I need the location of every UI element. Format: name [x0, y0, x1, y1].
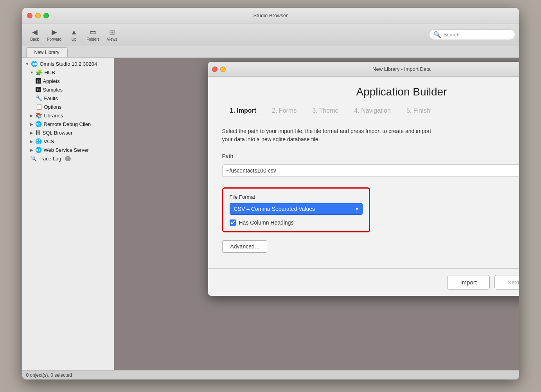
dialog-title: New Library - Import Data — [372, 66, 431, 72]
sidebar-item-label: Libraries — [44, 113, 63, 119]
file-format-select-row: CSV – Comma Separated Values Tab Separat… — [230, 203, 363, 215]
step-navigation[interactable]: 4. Navigation — [346, 107, 398, 114]
chevron-right-icon: ▶ — [30, 113, 33, 118]
trace-log-icon: 🔍 — [30, 155, 37, 162]
chevron-down-icon: ▼ — [30, 70, 34, 75]
sidebar-item-applets[interactable]: 🅰 Applets — [22, 77, 114, 85]
import-button[interactable]: Import — [447, 275, 490, 290]
forward-icon: ▶ — [52, 28, 57, 36]
file-format-dropdown-wrapper: CSV – Comma Separated Values Tab Separat… — [230, 203, 363, 215]
search-input[interactable] — [444, 32, 511, 38]
description-text: Select the path to your import file, the… — [222, 127, 519, 144]
sidebar-item-hub[interactable]: ▼ 🧩 HUB — [22, 68, 114, 77]
sidebar-item-label: VCS — [44, 138, 54, 144]
dialog-footer: Import Next Cancel — [208, 268, 519, 296]
applets-icon: 🅰 — [36, 78, 41, 84]
forward-button[interactable]: ▶ Forward — [45, 25, 64, 44]
sidebar-item-label: Samples — [43, 87, 63, 93]
chevron-right-icon: ▶ — [30, 122, 33, 126]
sidebar-item-label: Faults — [44, 95, 58, 101]
statusbar: 0 object(s), 0 selected — [22, 370, 519, 379]
app-builder-title: Application Builder — [342, 86, 462, 98]
sql-icon: 🗄 — [35, 129, 41, 136]
sidebar-item-label: Remote Debug Clien — [44, 121, 91, 127]
main-area: ▼ 🌐 Omnis Studio 10.2 30204 ▼ 🧩 HUB 🅰 Ap… — [22, 58, 519, 370]
advanced-section: Advanced... — [222, 240, 519, 261]
chevron-right-icon: ▶ — [30, 139, 33, 144]
views-button[interactable]: ⊞ Views — [104, 25, 121, 44]
main-window: Studio Browser ◀ Back ▶ Forward ▲ Up ▭ F… — [22, 8, 519, 379]
omnis-icon: 🌐 — [31, 61, 38, 67]
minimize-button[interactable] — [35, 13, 41, 18]
status-text: 0 object(s), 0 selected — [26, 372, 72, 378]
sidebar-item-label: SQL Browser — [43, 130, 73, 136]
path-input[interactable] — [222, 164, 519, 177]
advanced-button[interactable]: Advanced... — [222, 240, 268, 253]
sidebar-item-libraries[interactable]: ▶ 📚 Libraries — [22, 111, 114, 120]
options-icon: 📋 — [36, 104, 42, 110]
sidebar-item-label: Trace Log — [39, 156, 61, 162]
step-forms[interactable]: 2. Forms — [264, 107, 304, 114]
has-column-headings-label: Has Column Headings — [239, 219, 294, 226]
up-icon: ▲ — [70, 28, 77, 36]
file-format-box: File Format CSV – Comma Separated Values… — [222, 187, 370, 232]
path-row: + — [222, 162, 519, 180]
sidebar-item-sql-browser[interactable]: ▶ 🗄 SQL Browser — [22, 128, 114, 137]
vcs-icon: 🌐 — [35, 138, 42, 144]
samples-icon: 🅰 — [36, 86, 41, 93]
app-builder-header: Application Builder ▶ — [222, 85, 519, 99]
web-service-icon: 🌐 — [35, 147, 42, 153]
sidebar-item-label: Omnis Studio 10.2 30204 — [40, 61, 97, 67]
sidebar-item-options[interactable]: 📋 Options — [22, 102, 114, 111]
chevron-right-icon: ▶ — [30, 148, 33, 152]
tab-bar: New Library — [22, 46, 519, 58]
close-button[interactable] — [27, 13, 32, 18]
steps-bar: 1. Import 2. Forms 3. Theme 4. Navigatio… — [222, 107, 519, 119]
import-dialog: New Library - Import Data Application Bu… — [208, 62, 519, 296]
chevron-right-icon: ▶ — [30, 131, 33, 135]
sidebar-item-samples[interactable]: 🅰 Samples — [22, 85, 114, 94]
maximize-button[interactable] — [43, 13, 49, 18]
toolbar: ◀ Back ▶ Forward ▲ Up ▭ Folders ⊞ Views … — [22, 23, 519, 46]
step-import[interactable]: 1. Import — [222, 107, 264, 114]
hub-icon: 🧩 — [36, 69, 42, 76]
dialog-minimize-button[interactable] — [220, 67, 226, 72]
file-format-label: File Format — [230, 194, 363, 200]
sidebar-item-trace-log[interactable]: 🔍 Trace Log 1 — [22, 154, 114, 163]
sidebar-item-label: Web Service Server — [44, 147, 89, 153]
folders-button[interactable]: ▭ Folders — [84, 25, 102, 44]
sidebar-item-vcs[interactable]: ▶ 🌐 VCS — [22, 137, 114, 146]
back-icon: ◀ — [32, 28, 38, 36]
chevron-down-icon: ▼ — [25, 62, 29, 66]
dialog-close-button[interactable] — [212, 67, 217, 72]
sidebar-item-remote-debug[interactable]: ▶ 🌐 Remote Debug Clien — [22, 120, 114, 128]
trace-log-badge: 1 — [65, 156, 71, 161]
sidebar: ▼ 🌐 Omnis Studio 10.2 30204 ▼ 🧩 HUB 🅰 Ap… — [22, 58, 114, 370]
window-controls — [27, 13, 49, 18]
sidebar-item-omnis-studio[interactable]: ▼ 🌐 Omnis Studio 10.2 30204 — [22, 59, 114, 68]
window-title: Studio Browser — [253, 13, 288, 18]
has-column-headings-checkbox[interactable] — [230, 219, 236, 226]
search-icon: 🔍 — [433, 31, 441, 38]
sidebar-item-label: HUB — [44, 70, 55, 76]
faults-icon: 🔧 — [36, 95, 42, 101]
dialog-window-controls — [212, 67, 226, 72]
step-finish[interactable]: 5. Finish — [399, 107, 438, 114]
content-area: New Library - Import Data Application Bu… — [114, 58, 519, 370]
sidebar-item-web-service-server[interactable]: ▶ 🌐 Web Service Server — [22, 146, 114, 154]
path-label: Path — [222, 153, 519, 159]
titlebar: Studio Browser — [22, 8, 519, 23]
dialog-body: Application Builder ▶ 1. Import 2. Forms… — [208, 77, 519, 268]
sidebar-item-label: Options — [44, 104, 62, 110]
sidebar-item-faults[interactable]: 🔧 Faults — [22, 94, 114, 102]
next-button[interactable]: Next — [494, 275, 519, 290]
back-button[interactable]: ◀ Back — [26, 25, 43, 44]
file-format-dropdown[interactable]: CSV – Comma Separated Values Tab Separat… — [230, 203, 363, 215]
up-button[interactable]: ▲ Up — [65, 25, 83, 44]
sidebar-item-label: Applets — [43, 78, 60, 84]
new-library-tab[interactable]: New Library — [26, 47, 68, 58]
step-theme[interactable]: 3. Theme — [304, 107, 346, 114]
remote-debug-icon: 🌐 — [35, 121, 42, 127]
search-box: 🔍 — [429, 29, 515, 40]
folders-icon: ▭ — [90, 28, 96, 36]
